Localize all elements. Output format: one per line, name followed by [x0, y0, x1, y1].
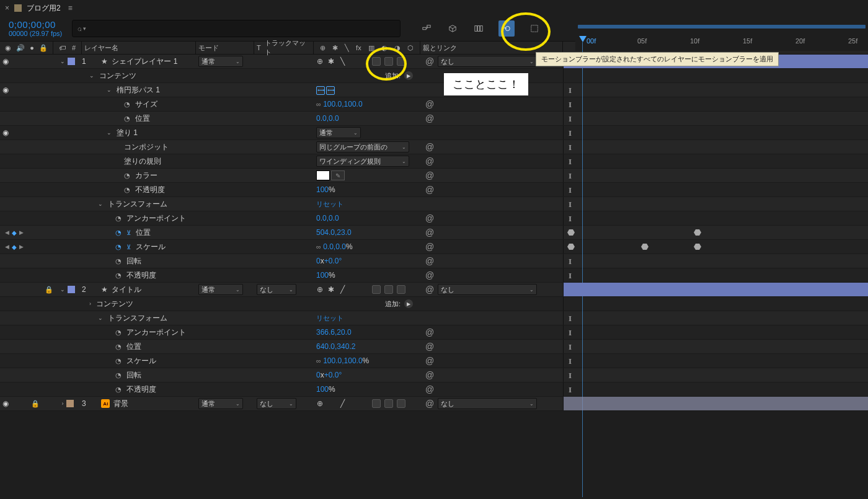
- layer-duration-bar[interactable]: [564, 397, 868, 410]
- stopwatch-icon[interactable]: ◔: [115, 243, 122, 251]
- link-icon[interactable]: ∞: [316, 100, 321, 108]
- lock-icon[interactable]: 🔒: [45, 286, 53, 294]
- twirl-icon[interactable]: ⌄: [60, 58, 65, 64]
- blend-mode-dropdown[interactable]: 通常⌄: [198, 56, 243, 67]
- keyframe-icon[interactable]: [694, 244, 701, 250]
- value-opacity[interactable]: 100%: [316, 185, 335, 194]
- quality-switch[interactable]: ╱: [339, 285, 346, 294]
- layer-name-header[interactable]: レイヤー名: [82, 42, 196, 54]
- pickwhip-icon[interactable]: @: [425, 399, 434, 408]
- track-matte-dropdown[interactable]: なし⌄: [257, 284, 296, 295]
- 3d-switch[interactable]: [397, 57, 405, 66]
- pickwhip-icon[interactable]: @: [425, 270, 434, 280]
- value-anchor[interactable]: 0.0,0.0: [316, 214, 339, 223]
- stopwatch-icon[interactable]: ◔: [124, 100, 130, 108]
- graph-icon[interactable]: ⊻: [126, 229, 131, 236]
- keyframe-icon[interactable]: [694, 229, 701, 236]
- stopwatch-icon[interactable]: ◔: [124, 186, 130, 194]
- collapse-switch[interactable]: ✱: [327, 57, 335, 66]
- fill-blend-dropdown[interactable]: 通常⌄: [316, 127, 361, 138]
- close-icon[interactable]: ×: [5, 4, 9, 12]
- parent-dropdown[interactable]: なし⌄: [438, 398, 537, 409]
- value-scale[interactable]: 0.0,0.0%: [323, 242, 352, 251]
- stopwatch-icon[interactable]: ◔: [115, 229, 122, 237]
- next-key-icon[interactable]: ▶: [19, 229, 24, 236]
- shy-switch[interactable]: ⊕: [316, 399, 324, 408]
- stopwatch-icon[interactable]: ◔: [115, 272, 122, 280]
- mode-header[interactable]: モード: [196, 42, 254, 54]
- stopwatch-icon[interactable]: ◔: [115, 386, 122, 394]
- timecode-block[interactable]: 0;00;00;00 00000 (29.97 fps): [9, 20, 62, 38]
- stopwatch-icon[interactable]: ◔: [115, 357, 122, 365]
- add-button[interactable]: ▶: [404, 299, 413, 308]
- keyframe-icon[interactable]: [567, 244, 575, 250]
- adj-switch[interactable]: [384, 57, 393, 66]
- group-transform[interactable]: ⌄トランスフォーム リセット I: [0, 197, 868, 211]
- pickwhip-icon[interactable]: @: [425, 213, 434, 223]
- twirl-icon[interactable]: ›: [62, 400, 64, 407]
- eyedropper-icon[interactable]: ✎: [331, 170, 345, 180]
- next-key-icon[interactable]: ▶: [19, 244, 24, 250]
- group-contents-2[interactable]: ›コンテンツ 追加:▶: [0, 297, 868, 311]
- pickwhip-icon[interactable]: @: [425, 113, 434, 123]
- group-transform-2[interactable]: ⌄トランスフォーム リセット I: [0, 311, 868, 325]
- value-position[interactable]: 504.0,23.0: [316, 228, 352, 237]
- fill-rule-dropdown[interactable]: ワインディング規則⌄: [316, 156, 409, 167]
- pickwhip-icon[interactable]: @: [425, 370, 434, 380]
- prev-key-icon[interactable]: ◀: [5, 244, 9, 250]
- twirl-icon[interactable]: ⌄: [89, 73, 94, 79]
- work-area-bar[interactable]: [578, 25, 866, 29]
- twirl-icon[interactable]: ⌄: [107, 130, 112, 136]
- visibility-toggle[interactable]: ◉: [2, 57, 9, 66]
- stopwatch-icon[interactable]: ◔: [115, 214, 122, 223]
- stopwatch-icon[interactable]: ◔: [124, 115, 130, 123]
- quality-switch[interactable]: ╱: [339, 399, 346, 408]
- stopwatch-icon[interactable]: ◔: [115, 371, 122, 379]
- reset-link[interactable]: リセット: [316, 314, 343, 322]
- pickwhip-icon[interactable]: @: [425, 56, 434, 66]
- current-timecode[interactable]: 0;00;00;00: [9, 20, 62, 30]
- link-icon[interactable]: ∞: [316, 243, 321, 250]
- collapse-switch[interactable]: ✱: [327, 285, 335, 294]
- pickwhip-icon[interactable]: @: [425, 384, 434, 394]
- layer-row-2[interactable]: 🔒 ⌄ 2 ★タイトル 通常⌄ なし⌄ ⊕✱╱ @なし⌄: [0, 283, 868, 297]
- pickwhip-icon[interactable]: @: [425, 170, 434, 180]
- layer-row-3[interactable]: ◉🔒 › 3 Ai背景 通常⌄ なし⌄ ⊕ ╱ @なし⌄: [0, 397, 868, 411]
- track-matte-header[interactable]: Tトラックマット: [254, 42, 314, 54]
- value-size[interactable]: 100.0,100.0: [323, 100, 362, 108]
- track-matte-dropdown[interactable]: なし⌄: [257, 398, 296, 409]
- twirl-icon[interactable]: ›: [89, 301, 91, 307]
- label-color[interactable]: [68, 58, 75, 65]
- pickwhip-icon[interactable]: @: [425, 142, 434, 152]
- shape-direction-toggle[interactable]: ⟷⟷: [316, 86, 335, 95]
- pickwhip-icon[interactable]: @: [425, 242, 434, 252]
- layer-duration-bar[interactable]: [564, 283, 868, 296]
- shy-switch[interactable]: ⊕: [316, 57, 324, 66]
- parent-dropdown[interactable]: なし⌄: [438, 56, 537, 67]
- visibility-toggle[interactable]: ◉: [2, 399, 9, 408]
- stopwatch-icon[interactable]: ◔: [115, 257, 122, 265]
- layer-name[interactable]: タイトル: [112, 285, 141, 295]
- pickwhip-icon[interactable]: @: [425, 185, 434, 195]
- link-icon[interactable]: ∞: [316, 357, 321, 364]
- lock-icon[interactable]: 🔒: [31, 400, 40, 408]
- panel-menu-icon[interactable]: ≡: [68, 4, 73, 12]
- blend-mode-dropdown[interactable]: 通常⌄: [198, 284, 243, 295]
- pickwhip-icon[interactable]: @: [425, 327, 434, 337]
- blend-mode-dropdown[interactable]: 通常⌄: [198, 398, 243, 409]
- keyframe-icon[interactable]: [641, 244, 649, 250]
- quality-switch[interactable]: ╲: [339, 57, 346, 66]
- frame-blend-icon[interactable]: [472, 22, 485, 35]
- stopwatch-icon[interactable]: ◔: [124, 172, 130, 180]
- motion-blur-toggle[interactable]: [498, 20, 515, 37]
- composition-title[interactable]: ブログ用2: [27, 3, 61, 14]
- label-color[interactable]: [66, 400, 74, 407]
- stopwatch-icon[interactable]: ◔: [115, 343, 122, 351]
- parent-dropdown[interactable]: なし⌄: [438, 284, 537, 295]
- pickwhip-icon[interactable]: @: [425, 156, 434, 166]
- visibility-toggle[interactable]: ◉: [2, 128, 9, 137]
- pickwhip-icon[interactable]: @: [425, 99, 434, 109]
- graph-icon[interactable]: ⊻: [126, 244, 131, 250]
- pickwhip-icon[interactable]: @: [425, 285, 434, 294]
- layer-name[interactable]: 背景: [113, 399, 128, 409]
